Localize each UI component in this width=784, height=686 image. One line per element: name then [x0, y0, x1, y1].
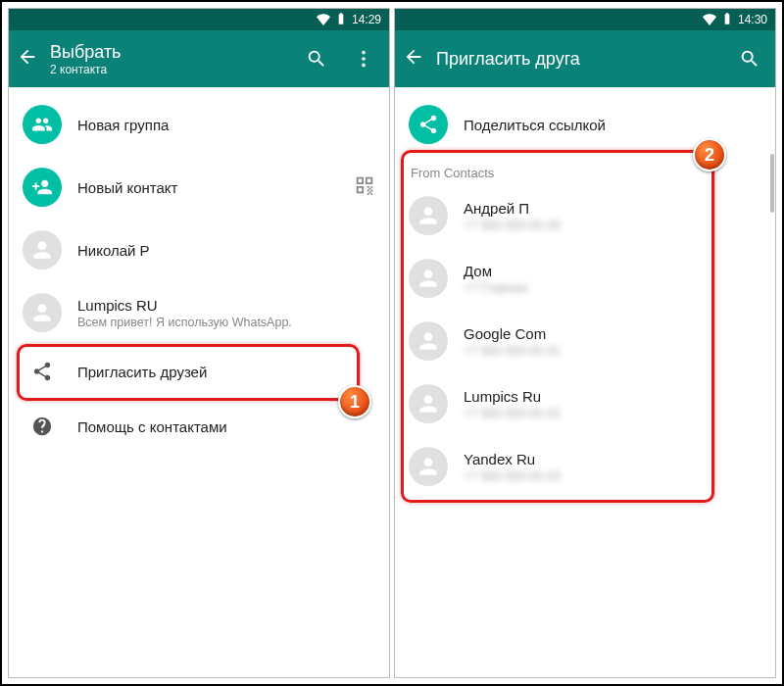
scroll-indicator	[770, 154, 774, 213]
status-time: 14:30	[738, 13, 767, 26]
search-button[interactable]	[299, 41, 334, 76]
appbar-subtitle: 2 контакта	[50, 63, 287, 76]
share-icon	[23, 361, 62, 382]
avatar-placeholder-icon	[409, 259, 448, 298]
status-bar: 14:30	[395, 9, 775, 30]
appbar-title-wrap: Выбрать 2 контакта	[50, 42, 287, 76]
avatar-placeholder-icon	[409, 321, 448, 361]
contact-name: Yandex Ru	[464, 451, 761, 467]
share-link-label: Поделиться ссылкой	[464, 117, 761, 133]
section-from-contacts: From Contacts	[395, 156, 775, 184]
contacts-help-label: Помощь с контактами	[77, 418, 375, 435]
wifi-icon	[317, 12, 330, 28]
svg-point-2	[362, 64, 366, 68]
appbar-title: Пригласить друга	[436, 49, 720, 70]
invite-contact-row[interactable]: Yandex Ru+7 900 000-00-03	[395, 435, 775, 498]
app-bar: Выбрать 2 контакта	[9, 30, 389, 87]
phone-right: 14:30 Пригласить друга Поделиться ссылко…	[394, 8, 776, 678]
avatar-placeholder-icon	[23, 293, 62, 332]
invite-friends-row[interactable]: Пригласить друзей	[9, 344, 389, 399]
contact-name: Lumpics Ru	[464, 388, 761, 405]
contact-phone: +7 900 000-00-03	[464, 469, 761, 483]
help-icon	[23, 416, 62, 437]
new-contact-row[interactable]: Новый контакт	[9, 156, 389, 219]
appbar-title: Выбрать	[50, 42, 287, 63]
avatar-placeholder-icon	[409, 384, 448, 423]
group-icon	[23, 105, 62, 144]
avatar-placeholder-icon	[409, 196, 448, 235]
battery-icon	[720, 12, 734, 28]
contact-row[interactable]: Николай Р	[9, 219, 389, 281]
phone-left: 14:29 Выбрать 2 контакта Новая группа Но…	[8, 8, 390, 678]
share-icon	[409, 105, 448, 144]
new-contact-label: Новый контакт	[77, 179, 338, 196]
back-button[interactable]	[403, 46, 424, 72]
contact-phone: +7 Главная	[464, 281, 761, 295]
contact-name: Google Com	[464, 325, 761, 342]
wifi-icon	[703, 12, 716, 28]
svg-point-0	[362, 51, 366, 55]
new-group-label: Новая группа	[77, 117, 375, 133]
invite-contact-row[interactable]: Андрей П+7 900 000-00-00	[395, 184, 775, 247]
contact-name: Дом	[464, 263, 761, 279]
add-contact-icon	[23, 168, 62, 207]
contact-name: Lumpics RU	[77, 297, 375, 314]
contacts-help-row[interactable]: Помощь с контактами	[9, 399, 389, 454]
invite-friends-label: Пригласить друзей	[77, 364, 375, 380]
app-bar: Пригласить друга	[395, 30, 775, 87]
qr-icon[interactable]	[354, 174, 375, 200]
contact-status: Всем привет! Я использую WhatsApp.	[77, 316, 375, 329]
status-time: 14:29	[352, 13, 381, 26]
battery-icon	[334, 12, 348, 28]
invite-contact-row[interactable]: Дом+7 Главная	[395, 247, 775, 310]
invite-list: Поделиться ссылкой From Contacts Андрей …	[395, 87, 775, 677]
search-button[interactable]	[732, 41, 767, 76]
status-bar: 14:29	[9, 9, 389, 30]
new-group-row[interactable]: Новая группа	[9, 93, 389, 156]
contact-phone: +7 900 000-00-02	[464, 407, 761, 420]
contact-name: Николай Р	[77, 242, 375, 259]
overflow-menu-button[interactable]	[346, 41, 381, 76]
contact-row[interactable]: Lumpics RU Всем привет! Я использую What…	[9, 281, 389, 344]
back-button[interactable]	[17, 46, 38, 72]
invite-contact-row[interactable]: Lumpics Ru+7 900 000-00-02	[395, 372, 775, 435]
contact-phone: +7 900 000-00-00	[464, 219, 761, 232]
invite-contact-row[interactable]: Google Com+7 900 000-00-01	[395, 310, 775, 372]
contact-phone: +7 900 000-00-01	[464, 344, 761, 358]
svg-point-1	[362, 57, 366, 61]
tutorial-frame: 14:29 Выбрать 2 контакта Новая группа Но…	[0, 0, 784, 686]
share-link-row[interactable]: Поделиться ссылкой	[395, 93, 775, 156]
select-contact-list: Новая группа Новый контакт Николай Р Lum…	[9, 87, 389, 677]
contact-name: Андрей П	[464, 200, 761, 217]
avatar-placeholder-icon	[23, 230, 62, 270]
avatar-placeholder-icon	[409, 447, 448, 486]
appbar-title-wrap: Пригласить друга	[436, 49, 720, 70]
